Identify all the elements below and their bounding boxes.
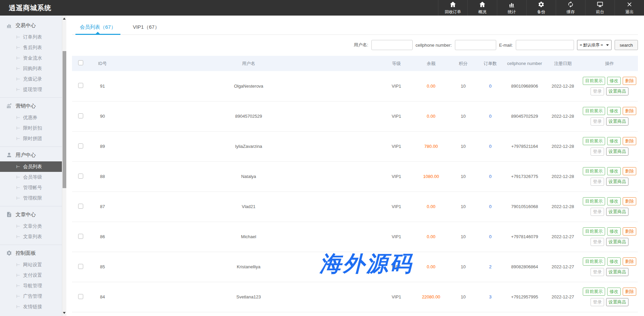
show-button[interactable]: 目前展示 (583, 197, 605, 205)
login-button[interactable]: 登录 (591, 208, 604, 216)
delete-button[interactable]: 删除 (623, 107, 636, 115)
member-orders-link[interactable]: 3 (489, 294, 491, 299)
set-goods-button[interactable]: 设置商品 (606, 148, 628, 156)
sidebar-item[interactable]: ⊢优惠券 (0, 112, 62, 123)
show-button[interactable]: 目前展示 (583, 257, 605, 266)
tab-vip1[interactable]: VIP1（67） (129, 20, 164, 35)
show-button[interactable]: 目前展示 (583, 107, 605, 115)
set-goods-button[interactable]: 设置商品 (606, 117, 628, 126)
sidebar-section-header[interactable]: 文章中心 (0, 208, 62, 221)
sidebar-item[interactable]: ⊢限时折扣 (0, 123, 62, 133)
login-button[interactable]: 登录 (591, 117, 604, 126)
sidebar-item[interactable]: ⊢资金流水 (0, 53, 62, 63)
topbar-item-logout[interactable]: 退出 (615, 0, 644, 16)
delete-button[interactable]: 删除 (623, 77, 636, 85)
username-input[interactable] (371, 40, 413, 50)
search-button[interactable]: search (615, 40, 638, 50)
row-checkbox[interactable] (78, 294, 83, 299)
login-button[interactable]: 登录 (591, 178, 604, 186)
sidebar-item[interactable]: ⊢文章列表 (0, 231, 62, 242)
topbar-item-cache[interactable]: 缓存 (556, 0, 585, 16)
sidebar-item[interactable]: ⊢会员列表 (0, 161, 62, 172)
edit-button[interactable]: 修改 (607, 167, 621, 175)
edit-button[interactable]: 修改 (607, 107, 621, 115)
edit-button[interactable]: 修改 (607, 288, 621, 296)
sidebar-item[interactable]: ⊢文章分类 (0, 221, 62, 231)
set-goods-button[interactable]: 设置商品 (606, 178, 628, 186)
sidebar-item[interactable]: ⊢限时拼团 (0, 133, 62, 144)
row-checkbox[interactable] (78, 113, 83, 118)
show-button[interactable]: 目前展示 (583, 167, 605, 175)
topbar-item-backup[interactable]: 备份 (526, 0, 556, 16)
scroll-up-icon[interactable] (63, 18, 66, 20)
show-button[interactable]: 目前展示 (583, 137, 605, 145)
scrollbar-thumb[interactable] (63, 51, 66, 188)
set-goods-button[interactable]: 设置商品 (606, 87, 628, 95)
delete-button[interactable]: 删除 (623, 227, 636, 235)
edit-button[interactable]: 修改 (607, 227, 621, 235)
topbar-item-frontend[interactable]: 前台 (585, 0, 615, 16)
sidebar-section-header[interactable]: 营销中心 (0, 99, 62, 112)
login-button[interactable]: 登录 (591, 148, 604, 156)
set-goods-button[interactable]: 设置商品 (606, 298, 628, 306)
row-checkbox[interactable] (78, 83, 83, 88)
row-checkbox[interactable] (78, 234, 83, 239)
set-goods-button[interactable]: 设置商品 (606, 208, 628, 216)
login-button[interactable]: 登录 (591, 298, 604, 306)
show-button[interactable]: 目前展示 (583, 227, 605, 235)
delete-button[interactable]: 删除 (623, 257, 636, 266)
sidebar-item[interactable]: ⊢管理权限 (0, 193, 62, 203)
login-button[interactable]: 登录 (591, 87, 604, 95)
edit-button[interactable]: 修改 (607, 77, 621, 85)
row-checkbox[interactable] (78, 264, 83, 269)
topbar-item-statistics[interactable]: 统计 (497, 0, 526, 16)
sidebar-item[interactable]: ⊢广告管理 (0, 291, 62, 301)
edit-button[interactable]: 修改 (607, 197, 621, 205)
email-input[interactable] (516, 40, 574, 50)
sidebar-item[interactable]: ⊢订单列表 (0, 32, 62, 42)
sidebar-scrollbar[interactable] (62, 16, 66, 316)
sidebar-item[interactable]: ⊢提现管理 (0, 84, 62, 95)
row-checkbox[interactable] (78, 174, 83, 179)
member-orders-link[interactable]: 0 (489, 174, 491, 179)
sidebar-item[interactable]: ⊢支付设置 (0, 270, 62, 280)
sidebar-item[interactable]: ⊢管理帐号 (0, 182, 62, 193)
member-orders-link[interactable]: 0 (489, 234, 491, 239)
show-button[interactable]: 目前展示 (583, 288, 605, 296)
edit-button[interactable]: 修改 (607, 257, 621, 266)
login-button[interactable]: 登录 (591, 238, 604, 246)
set-goods-button[interactable]: 设置商品 (606, 268, 628, 276)
sidebar-item[interactable]: ⊢售后列表 (0, 42, 62, 53)
sidebar-item[interactable]: ⊢会员等级 (0, 172, 62, 182)
sidebar-item[interactable]: ⊢导航管理 (0, 280, 62, 291)
delete-button[interactable]: 删除 (623, 288, 636, 296)
cellphone-input[interactable] (455, 40, 496, 50)
sidebar-item[interactable]: ⊢友情链接 (0, 301, 62, 312)
member-orders-link[interactable]: 2 (489, 264, 491, 269)
sort-select[interactable]: = 默认排序 = (577, 40, 612, 50)
delete-button[interactable]: 删除 (623, 197, 636, 205)
sidebar-item[interactable]: ⊢网站设置 (0, 259, 62, 270)
member-orders-link[interactable]: 0 (489, 114, 491, 119)
delete-button[interactable]: 删除 (623, 167, 636, 175)
member-orders-link[interactable]: 0 (489, 84, 491, 89)
sidebar-item[interactable]: ⊢回购列表 (0, 63, 62, 74)
sidebar-item[interactable]: ⊢充值记录 (0, 74, 62, 84)
member-orders-link[interactable]: 0 (489, 144, 491, 149)
sidebar-section-header[interactable]: 用户中心 (0, 149, 62, 161)
topbar-item-overview[interactable]: 概况 (467, 0, 497, 16)
member-orders-link[interactable]: 0 (489, 204, 491, 209)
sidebar-section-header[interactable]: 控制面板 (0, 247, 62, 259)
row-checkbox[interactable] (78, 204, 83, 209)
edit-button[interactable]: 修改 (607, 137, 621, 145)
topbar-item-recycle-orders[interactable]: 回收订单 (438, 0, 467, 16)
set-goods-button[interactable]: 设置商品 (606, 238, 628, 246)
login-button[interactable]: 登录 (591, 268, 604, 276)
show-button[interactable]: 目前展示 (583, 77, 605, 85)
row-checkbox[interactable] (78, 143, 83, 149)
sidebar-section-header[interactable]: 交易中心 (0, 19, 62, 32)
scroll-down-icon[interactable] (63, 312, 66, 314)
delete-button[interactable]: 删除 (623, 137, 636, 145)
tab-member-list[interactable]: 会员列表（67） (75, 20, 120, 35)
select-all-checkbox[interactable] (78, 60, 83, 65)
